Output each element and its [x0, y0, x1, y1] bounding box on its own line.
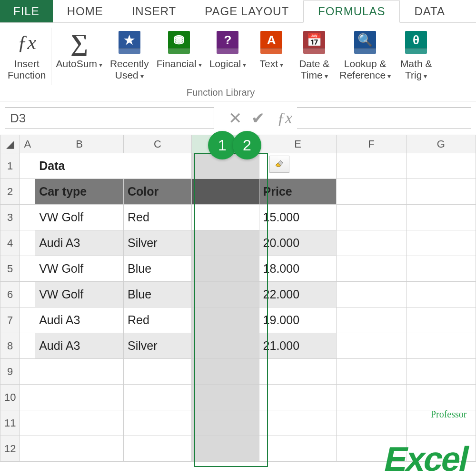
cell-d5[interactable]: [191, 256, 259, 282]
formula-bar-row: ✕ ✔ ƒx: [0, 101, 476, 135]
col-header-c[interactable]: C: [124, 135, 192, 153]
group-function-library: ƒx Insert Function ∑ AutoSum ★ Recently …: [4, 28, 437, 101]
sigma-icon: ∑: [70, 29, 88, 57]
header-car-type[interactable]: Car type: [35, 179, 124, 205]
tab-file[interactable]: FILE: [0, 0, 53, 22]
date-time-button[interactable]: 📅 Date & Time: [293, 28, 336, 83]
cell-c3[interactable]: Red: [124, 205, 192, 230]
star-book-icon: ★: [119, 31, 140, 54]
cell-d4[interactable]: [191, 230, 259, 256]
header-inserted-col[interactable]: [191, 179, 259, 205]
step-badge-1: 1: [208, 131, 237, 159]
row-header-4[interactable]: 4: [0, 230, 20, 256]
cell-b4[interactable]: Audi A3: [35, 230, 124, 256]
cell-e8[interactable]: 21.000: [259, 333, 337, 359]
cell-d7[interactable]: [191, 307, 259, 333]
ribbon-formulas: ƒx Insert Function ∑ AutoSum ★ Recently …: [0, 23, 476, 101]
question-book-icon: ?: [217, 31, 238, 54]
cell-d6[interactable]: [191, 282, 259, 307]
math-trig-label: Math & Trig: [400, 58, 432, 81]
cell-d3[interactable]: [191, 205, 259, 230]
lookup-reference-button[interactable]: 🔍 Lookup & Reference: [336, 28, 395, 83]
row-header-2[interactable]: 2: [0, 179, 20, 205]
header-price[interactable]: Price: [259, 179, 337, 205]
text-button[interactable]: A Text: [250, 28, 293, 71]
row-header-5[interactable]: 5: [0, 256, 20, 282]
watermark-word: Excel: [385, 446, 467, 473]
enter-formula-icon: ✔: [251, 109, 265, 128]
col-header-a[interactable]: A: [20, 135, 35, 153]
cell-e3[interactable]: 15.000: [259, 205, 337, 230]
step-badges: 1 2: [212, 131, 261, 159]
autosum-label: AutoSum: [56, 58, 102, 69]
name-box[interactable]: [5, 107, 214, 129]
cell-b5[interactable]: VW Golf: [35, 256, 124, 282]
logical-label: Logical: [209, 58, 247, 69]
cell-e5[interactable]: 18.000: [259, 256, 337, 282]
watermark-sub: Professor: [431, 409, 476, 420]
financial-label: Financial: [157, 58, 202, 69]
cell-c6[interactable]: Blue: [124, 282, 192, 307]
coins-book-icon: ⛃: [168, 31, 190, 54]
insert-function-label: Insert Function: [8, 58, 46, 81]
col-header-f[interactable]: F: [337, 135, 406, 153]
lookup-reference-label: Lookup & Reference: [339, 58, 391, 81]
text-label: Text: [259, 58, 283, 69]
cell-b6[interactable]: VW Golf: [35, 282, 124, 307]
date-time-label: Date & Time: [299, 58, 329, 81]
cell-d8[interactable]: [191, 333, 259, 359]
tab-page-layout[interactable]: PAGE LAYOUT: [190, 0, 303, 22]
spreadsheet: ◢ A B C D E F G 1 Data 2 Car type Color …: [0, 135, 476, 462]
ribbon-tabs: FILE HOME INSERT PAGE LAYOUT FORMULAS DA…: [0, 0, 476, 23]
row-header-6[interactable]: 6: [0, 282, 20, 307]
tab-insert[interactable]: INSERT: [118, 0, 191, 22]
table-title[interactable]: Data: [35, 153, 192, 179]
cell-b8[interactable]: Audi A3: [35, 333, 124, 359]
tab-home[interactable]: HOME: [53, 0, 118, 22]
paintbrush-icon: [274, 159, 285, 170]
cell-e6[interactable]: 22.000: [259, 282, 337, 307]
watermark: Professor Excel: [385, 435, 467, 473]
cell-c4[interactable]: Silver: [124, 230, 192, 256]
cell-b7[interactable]: Audi A3: [35, 307, 124, 333]
logical-button[interactable]: ? Logical: [206, 28, 250, 71]
select-all-corner[interactable]: ◢: [0, 135, 20, 153]
grid[interactable]: ◢ A B C D E F G 1 Data 2 Car type Color …: [0, 135, 476, 462]
magnifier-book-icon: 🔍: [354, 31, 376, 54]
cell-c7[interactable]: Red: [124, 307, 192, 333]
col-header-e[interactable]: E: [259, 135, 337, 153]
letter-a-book-icon: A: [260, 31, 282, 54]
row-header-3[interactable]: 3: [0, 205, 20, 230]
col-header-g[interactable]: G: [406, 135, 476, 153]
autosum-button[interactable]: ∑ AutoSum: [52, 28, 106, 71]
row-header-8[interactable]: 8: [0, 333, 20, 359]
cell-b3[interactable]: VW Golf: [35, 205, 124, 230]
row-header-1[interactable]: 1: [0, 153, 20, 179]
math-trig-button[interactable]: θ Math & Trig: [395, 28, 437, 83]
recently-used-button[interactable]: ★ Recently Used: [106, 28, 153, 83]
cell-c5[interactable]: Blue: [124, 256, 192, 282]
cell-c8[interactable]: Silver: [124, 333, 192, 359]
financial-button[interactable]: ⛃ Financial: [153, 28, 206, 71]
tab-data[interactable]: DATA: [400, 0, 459, 22]
cancel-formula-icon: ✕: [228, 109, 242, 128]
fx-formula-icon[interactable]: ƒx: [277, 109, 292, 127]
row-header-12[interactable]: 12: [0, 436, 20, 462]
tab-formulas[interactable]: FORMULAS: [303, 0, 400, 23]
row-header-7[interactable]: 7: [0, 307, 20, 333]
row-header-10[interactable]: 10: [0, 385, 20, 410]
col-header-b[interactable]: B: [35, 135, 124, 153]
cell-e4[interactable]: 20.000: [259, 230, 337, 256]
formula-input[interactable]: [297, 107, 471, 129]
row-header-9[interactable]: 9: [0, 359, 20, 385]
step-badge-2: 2: [233, 131, 261, 159]
fx-icon: ƒx: [17, 31, 36, 54]
header-color[interactable]: Color: [124, 179, 192, 205]
theta-book-icon: θ: [405, 31, 427, 54]
insert-options-button[interactable]: [269, 156, 289, 173]
insert-function-button[interactable]: ƒx Insert Function: [4, 28, 50, 83]
calendar-book-icon: 📅: [303, 31, 325, 54]
function-library-group-label: Function Library: [187, 85, 255, 101]
row-header-11[interactable]: 11: [0, 410, 20, 436]
cell-e7[interactable]: 19.000: [259, 307, 337, 333]
